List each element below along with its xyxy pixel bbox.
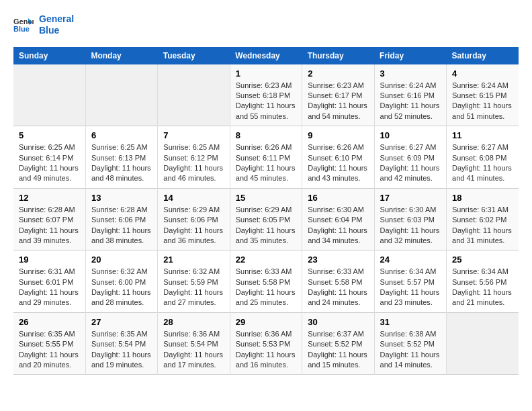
calendar-cell xyxy=(158,64,230,126)
cell-info: Sunrise: 6:35 AMSunset: 5:54 PMDaylight:… xyxy=(91,329,152,371)
header-saturday: Saturday xyxy=(447,47,519,64)
day-number: 23 xyxy=(308,255,368,265)
cell-info: Sunrise: 6:23 AMSunset: 6:17 PMDaylight:… xyxy=(308,81,368,122)
cell-info: Sunrise: 6:27 AMSunset: 6:08 PMDaylight:… xyxy=(452,142,513,184)
calendar-cell: 9Sunrise: 6:26 AMSunset: 6:10 PMDaylight… xyxy=(302,126,374,189)
header-monday: Monday xyxy=(85,47,157,64)
day-number: 28 xyxy=(163,317,224,327)
calendar-cell: 16Sunrise: 6:30 AMSunset: 6:04 PMDayligh… xyxy=(302,188,374,250)
week-row-2: 5Sunrise: 6:25 AMSunset: 6:14 PMDaylight… xyxy=(13,126,519,189)
day-number: 24 xyxy=(380,255,441,265)
calendar-cell: 1Sunrise: 6:23 AMSunset: 6:18 PMDaylight… xyxy=(230,64,302,126)
day-number: 29 xyxy=(236,317,296,327)
header-tuesday: Tuesday xyxy=(158,47,230,64)
day-number: 8 xyxy=(236,130,296,140)
week-row-1: 1Sunrise: 6:23 AMSunset: 6:18 PMDaylight… xyxy=(13,64,519,126)
cell-info: Sunrise: 6:30 AMSunset: 6:03 PMDaylight:… xyxy=(380,205,441,246)
cell-info: Sunrise: 6:37 AMSunset: 5:52 PMDaylight:… xyxy=(308,329,368,371)
calendar-cell: 13Sunrise: 6:28 AMSunset: 6:06 PMDayligh… xyxy=(85,188,157,250)
day-number: 2 xyxy=(308,68,368,79)
header-thursday: Thursday xyxy=(302,47,374,64)
day-number: 3 xyxy=(380,68,441,79)
cell-info: Sunrise: 6:36 AMSunset: 5:53 PMDaylight:… xyxy=(236,329,296,371)
calendar-cell: 19Sunrise: 6:31 AMSunset: 6:01 PMDayligh… xyxy=(13,250,85,313)
calendar-cell: 11Sunrise: 6:27 AMSunset: 6:08 PMDayligh… xyxy=(447,126,519,189)
cell-info: Sunrise: 6:28 AMSunset: 6:06 PMDaylight:… xyxy=(91,205,152,246)
calendar-cell: 15Sunrise: 6:29 AMSunset: 6:05 PMDayligh… xyxy=(230,188,302,250)
day-number: 11 xyxy=(452,130,513,140)
day-number: 20 xyxy=(91,255,152,265)
calendar-cell: 7Sunrise: 6:25 AMSunset: 6:12 PMDaylight… xyxy=(158,126,230,189)
cell-info: Sunrise: 6:27 AMSunset: 6:09 PMDaylight:… xyxy=(380,142,441,184)
calendar-cell: 21Sunrise: 6:32 AMSunset: 5:59 PMDayligh… xyxy=(158,250,230,313)
day-number: 27 xyxy=(91,317,152,327)
day-number: 18 xyxy=(452,193,513,203)
calendar-cell: 28Sunrise: 6:36 AMSunset: 5:54 PMDayligh… xyxy=(158,312,230,375)
cell-info: Sunrise: 6:36 AMSunset: 5:54 PMDaylight:… xyxy=(163,329,224,371)
calendar-cell: 18Sunrise: 6:31 AMSunset: 6:02 PMDayligh… xyxy=(447,188,519,250)
week-row-4: 19Sunrise: 6:31 AMSunset: 6:01 PMDayligh… xyxy=(13,250,519,313)
cell-info: Sunrise: 6:38 AMSunset: 5:52 PMDaylight:… xyxy=(380,329,441,371)
cell-info: Sunrise: 6:29 AMSunset: 6:06 PMDaylight:… xyxy=(163,205,224,246)
calendar-cell xyxy=(13,64,85,126)
calendar-cell: 24Sunrise: 6:34 AMSunset: 5:57 PMDayligh… xyxy=(374,250,446,313)
calendar-cell: 3Sunrise: 6:24 AMSunset: 6:16 PMDaylight… xyxy=(374,64,446,126)
day-number: 16 xyxy=(308,193,368,203)
calendar-cell: 17Sunrise: 6:30 AMSunset: 6:03 PMDayligh… xyxy=(374,188,446,250)
calendar-cell: 25Sunrise: 6:34 AMSunset: 5:56 PMDayligh… xyxy=(447,250,519,313)
day-number: 26 xyxy=(19,317,80,327)
header-wednesday: Wednesday xyxy=(230,47,302,64)
cell-info: Sunrise: 6:24 AMSunset: 6:16 PMDaylight:… xyxy=(380,81,441,122)
header-friday: Friday xyxy=(374,47,446,64)
calendar-cell: 30Sunrise: 6:37 AMSunset: 5:52 PMDayligh… xyxy=(302,312,374,375)
calendar-cell: 29Sunrise: 6:36 AMSunset: 5:53 PMDayligh… xyxy=(230,312,302,375)
day-number: 6 xyxy=(91,130,152,140)
calendar-cell: 23Sunrise: 6:33 AMSunset: 5:58 PMDayligh… xyxy=(302,250,374,313)
logo-text: General Blue xyxy=(39,13,74,36)
day-number: 12 xyxy=(19,193,80,203)
calendar-cell: 2Sunrise: 6:23 AMSunset: 6:17 PMDaylight… xyxy=(302,64,374,126)
day-number: 4 xyxy=(452,68,513,79)
calendar-cell: 10Sunrise: 6:27 AMSunset: 6:09 PMDayligh… xyxy=(374,126,446,189)
page-header: General Blue General Blue xyxy=(13,13,519,36)
cell-info: Sunrise: 6:25 AMSunset: 6:12 PMDaylight:… xyxy=(163,142,224,184)
day-number: 22 xyxy=(236,255,296,265)
cell-info: Sunrise: 6:31 AMSunset: 6:01 PMDaylight:… xyxy=(19,267,80,308)
cell-info: Sunrise: 6:32 AMSunset: 6:00 PMDaylight:… xyxy=(91,267,152,308)
calendar-cell: 5Sunrise: 6:25 AMSunset: 6:14 PMDaylight… xyxy=(13,126,85,189)
cell-info: Sunrise: 6:35 AMSunset: 5:55 PMDaylight:… xyxy=(19,329,80,371)
day-number: 30 xyxy=(308,317,368,327)
calendar-cell: 31Sunrise: 6:38 AMSunset: 5:52 PMDayligh… xyxy=(374,312,446,375)
calendar-cell xyxy=(447,312,519,375)
cell-info: Sunrise: 6:31 AMSunset: 6:02 PMDaylight:… xyxy=(452,205,513,246)
calendar-cell: 20Sunrise: 6:32 AMSunset: 6:00 PMDayligh… xyxy=(85,250,157,313)
logo-icon: General Blue xyxy=(13,17,34,33)
cell-info: Sunrise: 6:34 AMSunset: 5:57 PMDaylight:… xyxy=(380,267,441,308)
day-number: 19 xyxy=(19,255,80,265)
calendar-cell: 4Sunrise: 6:24 AMSunset: 6:15 PMDaylight… xyxy=(447,64,519,126)
cell-info: Sunrise: 6:34 AMSunset: 5:56 PMDaylight:… xyxy=(452,267,513,308)
cell-info: Sunrise: 6:25 AMSunset: 6:14 PMDaylight:… xyxy=(19,142,80,184)
calendar-cell: 12Sunrise: 6:28 AMSunset: 6:07 PMDayligh… xyxy=(13,188,85,250)
day-number: 31 xyxy=(380,317,441,327)
cell-info: Sunrise: 6:29 AMSunset: 6:05 PMDaylight:… xyxy=(236,205,296,246)
cell-info: Sunrise: 6:23 AMSunset: 6:18 PMDaylight:… xyxy=(236,81,296,122)
cell-info: Sunrise: 6:33 AMSunset: 5:58 PMDaylight:… xyxy=(308,267,368,308)
day-number: 17 xyxy=(380,193,441,203)
day-number: 14 xyxy=(163,193,224,203)
day-number: 1 xyxy=(236,68,296,79)
cell-info: Sunrise: 6:28 AMSunset: 6:07 PMDaylight:… xyxy=(19,205,80,246)
calendar-cell: 26Sunrise: 6:35 AMSunset: 5:55 PMDayligh… xyxy=(13,312,85,375)
day-number: 5 xyxy=(19,130,80,140)
calendar-cell: 14Sunrise: 6:29 AMSunset: 6:06 PMDayligh… xyxy=(158,188,230,250)
week-row-3: 12Sunrise: 6:28 AMSunset: 6:07 PMDayligh… xyxy=(13,188,519,250)
header-sunday: Sunday xyxy=(13,47,85,64)
cell-info: Sunrise: 6:26 AMSunset: 6:10 PMDaylight:… xyxy=(308,142,368,184)
day-number: 13 xyxy=(91,193,152,203)
svg-text:Blue: Blue xyxy=(13,25,30,33)
calendar-cell: 8Sunrise: 6:26 AMSunset: 6:11 PMDaylight… xyxy=(230,126,302,189)
day-number: 21 xyxy=(163,255,224,265)
day-number: 7 xyxy=(163,130,224,140)
day-number: 9 xyxy=(308,130,368,140)
cell-info: Sunrise: 6:25 AMSunset: 6:13 PMDaylight:… xyxy=(91,142,152,184)
